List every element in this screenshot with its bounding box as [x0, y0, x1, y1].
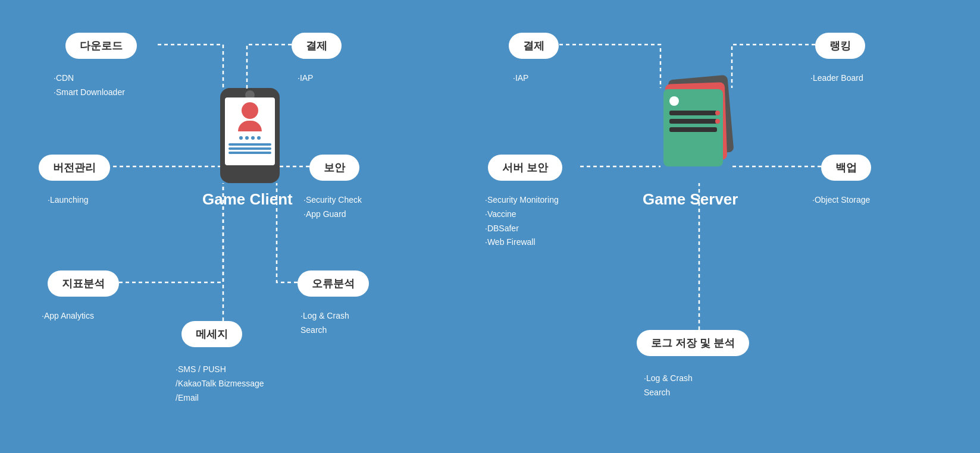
pill-server-security: 서버 보안: [488, 155, 562, 181]
pill-ranking: 랭킹: [815, 33, 865, 59]
game-client-label: Game Client: [202, 190, 293, 209]
pill-error: 오류분석: [298, 270, 369, 297]
subtext-launching: ·Launching: [48, 193, 89, 207]
pill-payment-left: 결제: [292, 33, 342, 59]
pill-payment-right: 결제: [509, 33, 559, 59]
pill-analytics: 지표분석: [48, 270, 119, 297]
subtext-iap-right: ·IAP: [513, 71, 528, 86]
pill-backup: 백업: [821, 155, 871, 181]
subtext-log-crash-client: ·Log & Crash Search: [300, 309, 349, 338]
subtext-security-check: ·Security Check ·App Guard: [303, 193, 362, 222]
subtext-security-monitoring: ·Security Monitoring ·Vaccine ·DBSafer ·…: [485, 193, 559, 250]
pill-download: 다운로드: [65, 33, 137, 59]
phone-icon: [220, 88, 280, 183]
game-server-label: Game Server: [643, 190, 738, 209]
subtext-sms: ·SMS / PUSH /KakaoTalk Bizmessage /Email: [176, 363, 264, 405]
subtext-object-storage: ·Object Storage: [812, 193, 870, 207]
pill-security-client: 보안: [309, 155, 359, 181]
subtext-iap-left: ·IAP: [298, 71, 313, 86]
pill-version: 버전관리: [39, 155, 110, 181]
subtext-cdn: ·CDN ·Smart Downloader: [54, 71, 125, 100]
subtext-app-analytics: ·App Analytics: [42, 309, 94, 323]
subtext-log-crash-server: ·Log & Crash Search: [644, 372, 693, 400]
server-icon: [660, 77, 732, 184]
diagram: Game Client 다운로드 결제 버전관리 보안 지표분석 오류분석 메세…: [0, 0, 980, 453]
subtext-leader-board: ·Leader Board: [810, 71, 863, 86]
pill-message: 메세지: [181, 321, 242, 347]
pill-log-storage: 로그 저장 및 분석: [637, 330, 749, 356]
